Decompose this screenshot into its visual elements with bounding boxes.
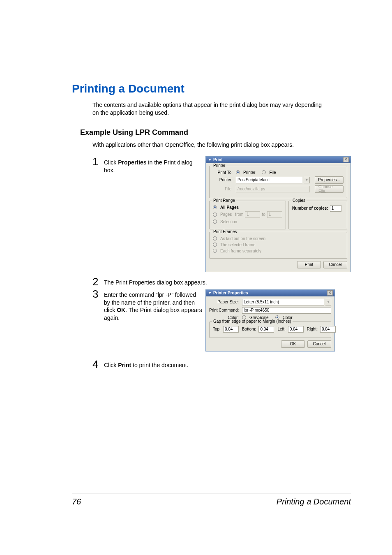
step-1-text-b: Properties — [118, 159, 146, 166]
right-input[interactable] — [320, 326, 336, 333]
printer-legend: Printer — [212, 163, 226, 168]
printer-properties-dialog: Printer Properties ✕ Paper Size: Letter … — [205, 289, 335, 352]
print-dialog-title: Print — [213, 157, 343, 162]
step-4-text-b: Print — [118, 362, 131, 368]
step-4-text-a: Click — [104, 362, 118, 368]
printer-select[interactable]: PostScript/default — [236, 177, 302, 183]
bottom-label: Bottom: — [242, 327, 256, 331]
chevron-down-icon[interactable]: ▾ — [304, 177, 310, 183]
print-range-groupbox: Print Range All Pages Pages from to — [209, 201, 286, 229]
frame-1-label: As laid out on the screen — [220, 236, 265, 241]
choose-file-button: Choose File... — [315, 185, 344, 193]
cancel-button[interactable]: Cancel — [323, 261, 347, 268]
num-copies-label: Number of copies: — [292, 206, 328, 210]
step-1-text: Click Properties in the Print dialog box… — [104, 156, 203, 174]
frame-1-radio — [213, 236, 217, 240]
copies-groupbox: Copies Number of copies: — [288, 201, 347, 229]
margin-legend: Gap from edge of paper to Margin (Inches… — [212, 319, 293, 324]
step-3-text: Enter the command “lpr -P” followed by t… — [104, 289, 203, 322]
pages-label: Pages — [220, 212, 232, 217]
dropdown-icon — [208, 291, 212, 295]
all-pages-radio[interactable] — [213, 205, 217, 209]
from-input — [245, 211, 260, 218]
bottom-input[interactable] — [258, 326, 274, 333]
frame-3-radio — [213, 249, 217, 253]
left-input[interactable] — [288, 326, 304, 333]
print-dialog-titlebar: Print ✕ — [206, 157, 350, 163]
svg-marker-0 — [208, 159, 211, 161]
print-frames-groupbox: Print Frames As laid out on the screen T… — [209, 232, 347, 259]
print-button[interactable]: Print — [297, 261, 321, 268]
print-command-label: Print Command: — [209, 308, 239, 312]
print-range-legend: Print Range — [212, 198, 236, 203]
file-label: File: — [213, 187, 233, 191]
frame-2-radio — [213, 243, 217, 247]
ok-button[interactable]: OK — [281, 340, 305, 348]
step-4-text: Click Print to print the document. — [104, 359, 309, 369]
footer-page-number: 76 — [72, 497, 81, 506]
step-1-text-a: Click — [104, 159, 118, 166]
selection-label: Selection — [220, 220, 237, 224]
printer-label: Printer: — [213, 178, 233, 182]
file-input: /root/mozilla.ps — [236, 186, 310, 192]
print-frames-legend: Print Frames — [212, 229, 238, 234]
print-dialog: Print ✕ Printer Print To: Printer File — [205, 156, 351, 272]
cancel-button[interactable]: Cancel — [307, 340, 331, 348]
paper-size-label: Paper Size: — [209, 300, 239, 304]
section-paragraph: With applications other than OpenOffice,… — [92, 141, 323, 149]
step-4-text-c: to print the document. — [131, 362, 188, 368]
print-to-label: Print To: — [213, 170, 233, 175]
frame-3-label: Each frame separately — [220, 249, 261, 253]
step-2-text: The Print Properties dialog box appears. — [104, 276, 309, 287]
props-dialog-titlebar: Printer Properties ✕ — [206, 290, 334, 296]
top-input[interactable] — [223, 326, 239, 333]
close-icon[interactable]: ✕ — [327, 290, 333, 296]
step-3-number: 3 — [92, 289, 104, 322]
step-2-number: 2 — [92, 276, 104, 287]
printer-groupbox: Printer Print To: Printer File Printer: … — [209, 166, 347, 198]
top-label: Top: — [213, 327, 221, 331]
copies-input[interactable] — [330, 205, 341, 212]
properties-button[interactable]: Properties... — [315, 176, 344, 184]
intro-paragraph: The contents and available options that … — [92, 101, 323, 117]
file-radio-label: File — [269, 170, 276, 175]
footer-rule — [72, 493, 351, 493]
close-icon[interactable]: ✕ — [343, 157, 349, 162]
page-footer: 76 Printing a Document — [72, 497, 351, 506]
all-pages-label: All Pages — [220, 205, 239, 210]
printer-radio-label: Printer — [243, 170, 255, 175]
step-1-number: 1 — [92, 156, 104, 174]
print-command-input[interactable] — [242, 307, 331, 314]
props-dialog-title: Printer Properties — [213, 291, 327, 295]
page-title: Printing a Document — [72, 82, 351, 95]
section-heading: Example Using LPR Command — [80, 128, 351, 137]
chevron-down-icon[interactable]: ▾ — [325, 299, 331, 305]
margin-groupbox: Gap from edge of paper to Margin (Inches… — [209, 321, 331, 338]
pages-radio[interactable] — [213, 213, 217, 217]
file-radio[interactable] — [262, 170, 266, 174]
footer-title: Printing a Document — [277, 497, 351, 506]
frame-2-label: The selected frame — [220, 243, 256, 247]
paper-size-select[interactable]: Letter (8.5x11 inch) — [242, 299, 324, 305]
dropdown-icon — [208, 158, 212, 162]
step-4-number: 4 — [92, 359, 104, 370]
copies-legend: Copies — [291, 198, 307, 203]
selection-radio — [213, 220, 217, 224]
svg-marker-1 — [208, 292, 211, 294]
to-input — [267, 211, 282, 218]
from-label: from — [235, 212, 243, 217]
step-3-text-b: OK — [117, 307, 125, 313]
right-label: Right: — [307, 327, 318, 331]
to-label: to — [262, 212, 265, 217]
left-label: Left: — [277, 327, 285, 331]
printer-radio[interactable] — [236, 170, 240, 174]
